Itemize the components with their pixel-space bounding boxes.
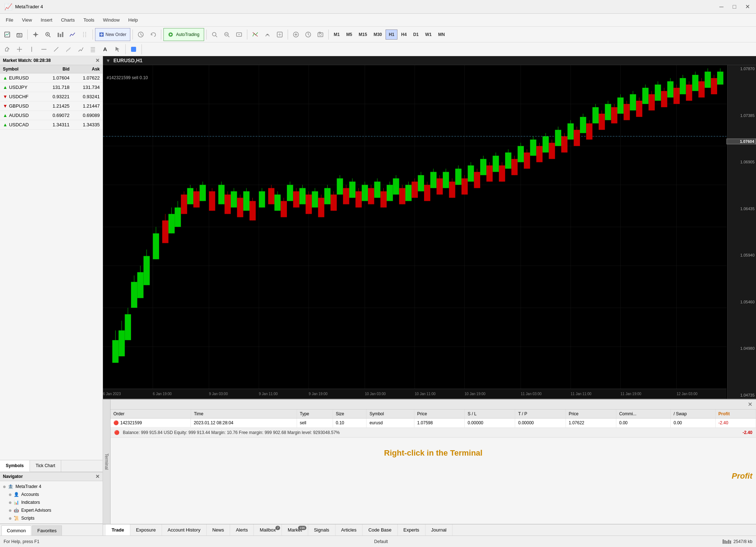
tab-experts[interactable]: Experts [398,524,426,535]
market-watch-row[interactable]: ▲USDJPY 131.718 131.734 [0,83,103,92]
trade-table-container: Order Time Type Size Symbol Price S / L … [111,410,756,428]
terminal-close-button[interactable]: ✕ [746,400,755,408]
crosshair-tool[interactable] [14,43,25,56]
tab-tick-chart[interactable]: Tick Chart [30,460,61,472]
nav-expert-advisors[interactable]: ⊕ 🤖 Expert Advisors [0,506,103,514]
tf-h4[interactable]: H4 [398,30,409,40]
tf-m15[interactable]: M15 [356,30,370,40]
nav-accounts[interactable]: ⊕ 👤 Accounts [0,491,103,498]
tf-h1[interactable]: H1 [386,30,397,40]
market-watch-row[interactable]: ▲EURUSD 1.07604 1.07622 [0,73,103,83]
tab-favorites[interactable]: Favorites [32,525,62,535]
tab-journal[interactable]: Journal [426,524,453,535]
tf-w1[interactable]: W1 [422,30,435,40]
tab-exposure[interactable]: Exposure [130,524,162,535]
zoom-out-button[interactable] [221,28,233,41]
app-icon: 📈 [4,3,12,11]
tf-m5[interactable]: M5 [343,30,355,40]
undo-button[interactable] [147,28,159,41]
tab-articles[interactable]: Articles [336,524,363,535]
indicators-button[interactable] [67,28,78,41]
zoom-button[interactable] [209,28,220,41]
new-order-button[interactable]: New Order [95,28,130,41]
open-button[interactable] [14,28,25,41]
new-order-label: New Order [105,32,126,37]
navigator-close[interactable]: ✕ [95,474,100,479]
new-chart-button[interactable] [1,28,13,41]
autotrading-button[interactable]: AutoTrading [163,28,204,41]
nav-indicators[interactable]: ⊕ 📊 Indicators [0,498,103,506]
tab-account-history[interactable]: Account History [162,524,207,535]
svg-rect-256 [686,85,692,101]
tab-mailbox[interactable]: Mailbox 7 [254,524,282,535]
channel-tool[interactable] [63,43,74,56]
trade-table-row[interactable]: 🔴 142321599 2023.01.12 08:28:04 sell 0.1… [111,419,756,428]
horizontal-line-tool[interactable] [38,43,50,56]
symbol-cell: ▲USDJPY [0,83,42,92]
svg-line-49 [54,47,58,51]
menu-window[interactable]: Window [99,15,124,25]
fib-tool[interactable] [87,43,99,56]
nav-icon-indicators: 📊 [14,500,19,505]
chart-type-button[interactable] [54,28,66,41]
tf-m1[interactable]: M1 [331,30,343,40]
time-button[interactable] [302,28,314,41]
time-cell: 2023.01.12 08:28:04 [191,419,297,428]
menu-charts[interactable]: Charts [57,15,79,25]
chart-canvas[interactable]: #142321599 sell 0.10 [103,65,756,399]
market-watch-row[interactable]: ▼GBPUSD 1.21425 1.21447 [0,101,103,111]
ask-cell: 1.21447 [72,101,103,111]
pencil-tool[interactable] [75,43,86,56]
tab-trade[interactable]: Trade [106,524,130,535]
market-watch-close[interactable]: ✕ [95,58,100,63]
nav-scripts[interactable]: ⊕ 📜 Scripts [0,514,103,522]
zoom-in-button[interactable] [42,28,54,41]
add-indicator-button[interactable] [290,28,302,41]
market-watch-row[interactable]: ▼USDCHF 0.93221 0.93241 [0,92,103,101]
menu-help[interactable]: Help [124,15,142,25]
signals-button[interactable] [262,28,273,41]
crosshair-button[interactable] [30,28,41,41]
tf-d1[interactable]: D1 [410,30,422,40]
tab-common[interactable]: Common [1,525,31,535]
color-picker[interactable] [128,43,139,56]
tab-symbols[interactable]: Symbols [0,460,30,472]
chart-expand-icon[interactable]: ▼ [106,58,111,63]
tf-m30[interactable]: M30 [371,30,385,40]
svg-rect-196 [499,166,505,182]
vertical-line-tool[interactable] [26,43,37,56]
market-watch-row[interactable]: ▲USDCAD 1.34311 1.34335 [0,120,103,130]
market-watch-row[interactable]: ▲AUDUSD 0.69072 0.69089 [0,111,103,120]
maximize-button[interactable]: □ [729,2,740,12]
symbol-cell: ▼GBPUSD [0,101,42,111]
menu-view[interactable]: View [18,15,36,25]
nav-metatrader4[interactable]: ⊕ 🏦 MetaTrader 4 [0,483,103,491]
menu-insert[interactable]: Insert [36,15,57,25]
trade-button[interactable] [249,28,261,41]
line-tool[interactable] [50,43,62,56]
svg-rect-168 [411,182,418,198]
tab-alerts[interactable]: Alerts [230,524,254,535]
menu-tools[interactable]: Tools [79,15,99,25]
tab-news[interactable]: News [207,524,230,535]
period-separators-button[interactable] [79,28,90,41]
tab-signals[interactable]: Signals [308,524,336,535]
svg-rect-57 [131,47,136,52]
cursor-tool[interactable] [112,43,123,56]
mw-col-ask: Ask [72,65,103,73]
balance-text: 🔴 Balance: 999 915.84 USD Equity: 999 91… [114,430,340,435]
chart-scroll-button[interactable] [233,28,245,41]
menu-file[interactable]: File [1,15,18,25]
tab-market[interactable]: Market 196 [282,524,308,535]
screenshot-button[interactable] [315,28,326,41]
close-button[interactable]: ✕ [742,2,753,12]
tf-mn[interactable]: MN [435,30,448,40]
tab-codebase[interactable]: Code Base [363,524,397,535]
arrow-tool[interactable] [1,43,13,56]
terminal-side-label[interactable]: Terminal [103,399,111,524]
text-tool[interactable]: A [99,43,111,56]
trade-table-body: 🔴 142321599 2023.01.12 08:28:04 sell 0.1… [111,419,756,428]
history-button[interactable] [135,28,147,41]
minimize-button[interactable]: ─ [716,2,727,12]
strategy-tester-button[interactable] [274,28,285,41]
